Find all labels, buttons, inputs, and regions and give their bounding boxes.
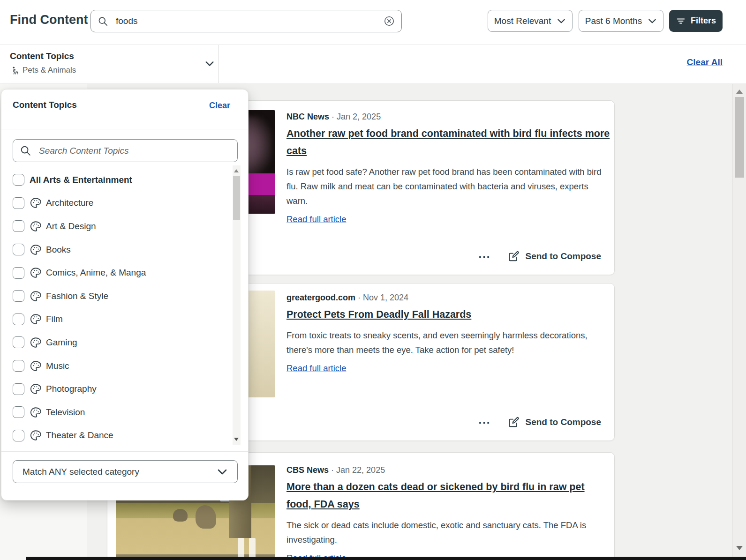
- topic-checkbox[interactable]: [13, 197, 24, 209]
- scrollbar-thumb[interactable]: [233, 176, 240, 220]
- palette-icon: [30, 267, 42, 279]
- topic-checkbox[interactable]: [13, 383, 24, 395]
- topic-row[interactable]: Television: [1, 401, 248, 424]
- time-range-dropdown[interactable]: Past 6 Months: [579, 10, 663, 32]
- topic-checkbox[interactable]: [13, 360, 24, 372]
- chevron-down-icon: [648, 16, 657, 26]
- topic-checkbox[interactable]: [13, 174, 24, 186]
- topics-list-scrollbar[interactable]: [233, 165, 241, 445]
- pets-icon: [10, 66, 19, 75]
- send-to-compose-button[interactable]: Send to Compose: [507, 416, 601, 428]
- article-date: Nov 1, 2024: [363, 293, 408, 302]
- chevron-down-icon: [217, 466, 228, 478]
- topics-search-input[interactable]: [38, 145, 231, 157]
- article-date: Jan 2, 2025: [337, 112, 381, 121]
- scroll-up-arrow[interactable]: [234, 169, 239, 172]
- article-meta: greatergood.com · Nov 1, 2024: [286, 293, 610, 303]
- read-full-article-link[interactable]: Read full article: [286, 214, 347, 224]
- compose-icon: [507, 250, 520, 262]
- article-title-link[interactable]: Another raw pet food brand contaminated …: [286, 125, 610, 160]
- sort-dropdown[interactable]: Most Relevant: [488, 10, 573, 32]
- content-topics-panel: Content Topics Clear All Arts & Entertai…: [1, 89, 249, 500]
- topic-row[interactable]: Architecture: [1, 192, 248, 215]
- topic-row[interactable]: Books: [1, 238, 248, 261]
- scroll-up-arrow[interactable]: [736, 90, 743, 94]
- send-to-compose-label: Send to Compose: [525, 417, 601, 427]
- topic-label: Film: [46, 314, 63, 324]
- topic-row[interactable]: Music: [1, 354, 248, 378]
- clear-search-button[interactable]: [384, 15, 395, 27]
- search-input[interactable]: [115, 15, 384, 27]
- card-actions: ... Send to Compose: [477, 250, 601, 262]
- topic-row[interactable]: Art & Design: [1, 215, 248, 238]
- more-options-button[interactable]: ...: [477, 252, 491, 261]
- palette-icon: [30, 383, 42, 395]
- topic-checkbox[interactable]: [13, 406, 24, 418]
- topic-checkbox[interactable]: [13, 244, 24, 255]
- scroll-down-arrow[interactable]: [234, 438, 239, 441]
- match-category-label: Match ANY selected category: [23, 467, 139, 477]
- chevron-down-icon: [557, 16, 566, 26]
- page-scrollbar[interactable]: [732, 84, 746, 560]
- match-category-select[interactable]: Match ANY selected category: [13, 460, 238, 483]
- topic-label: Music: [46, 361, 69, 371]
- scrollbar-thumb[interactable]: [735, 97, 744, 178]
- topic-checkbox[interactable]: [13, 336, 24, 348]
- content-topics-filter-trigger[interactable]: Content Topics Pets & Animals: [0, 45, 219, 83]
- send-to-compose-button[interactable]: Send to Compose: [507, 250, 601, 262]
- topics-search-box: [13, 139, 238, 162]
- article-meta: NBC News · Jan 2, 2025: [286, 112, 610, 122]
- palette-icon: [30, 336, 42, 349]
- article-source: CBS News: [286, 465, 329, 475]
- search-icon: [98, 16, 108, 27]
- topic-checkbox[interactable]: [13, 290, 24, 302]
- chevron-down-icon: [204, 59, 215, 69]
- topic-row[interactable]: All Arts & Entertainment: [1, 165, 248, 192]
- article-source: NBC News: [286, 112, 329, 121]
- topic-row[interactable]: Photography: [1, 377, 248, 401]
- panel-clear-link[interactable]: Clear: [209, 101, 230, 111]
- topic-label: Television: [46, 407, 85, 418]
- article-title-link[interactable]: More than a dozen cats dead or sickened …: [286, 478, 610, 513]
- palette-icon: [30, 406, 42, 418]
- topic-row[interactable]: Film: [1, 308, 248, 331]
- article-source: greatergood.com: [286, 293, 355, 302]
- more-options-button[interactable]: ...: [477, 418, 491, 427]
- topic-checkbox[interactable]: [13, 314, 24, 325]
- topic-checkbox[interactable]: [13, 267, 24, 279]
- read-full-article-link[interactable]: Read full article: [286, 363, 347, 373]
- topic-label: Theater & Dance: [46, 430, 113, 441]
- article-description: From toxic treats to sneaky scents, and …: [286, 328, 610, 357]
- filter-title: Content Topics: [10, 51, 74, 61]
- filter-bar: Content Topics Pets & Animals Clear All: [0, 45, 746, 83]
- article-description: The sick or dead cats include domestic, …: [286, 518, 610, 547]
- page-title: Find Content: [10, 13, 88, 27]
- search-box: [90, 10, 402, 32]
- palette-icon: [30, 290, 42, 302]
- send-to-compose-label: Send to Compose: [525, 251, 601, 261]
- filters-button[interactable]: Filters: [669, 10, 723, 32]
- selected-topic: Pets & Animals: [10, 66, 76, 75]
- scroll-down-arrow[interactable]: [736, 546, 743, 550]
- time-range-dropdown-label: Past 6 Months: [585, 16, 642, 26]
- clear-all-link[interactable]: Clear All: [687, 57, 723, 67]
- topic-label: Comics, Anime, & Manga: [46, 268, 146, 278]
- topic-label: Fashion & Style: [46, 291, 108, 301]
- topic-checkbox[interactable]: [13, 220, 24, 232]
- palette-icon: [30, 220, 42, 232]
- window-bottom-edge: [26, 557, 746, 560]
- topic-checkbox[interactable]: [13, 430, 24, 441]
- meta-separator: ·: [331, 465, 334, 475]
- topic-row[interactable]: Comics, Anime, & Manga: [1, 261, 248, 284]
- topic-row[interactable]: Fashion & Style: [1, 284, 248, 308]
- clear-search-icon: [384, 15, 395, 27]
- divider: [1, 129, 248, 129]
- topic-row[interactable]: Gaming: [1, 331, 248, 354]
- topic-label: Art & Design: [46, 221, 96, 231]
- topic-label: Gaming: [46, 337, 77, 348]
- sort-dropdown-label: Most Relevant: [494, 16, 551, 26]
- article-title-link[interactable]: Protect Pets From Deadly Fall Hazards: [286, 306, 610, 323]
- topics-list: All Arts & Entertainment Architecture Ar…: [1, 165, 248, 445]
- topic-row[interactable]: Theater & Dance: [1, 424, 248, 445]
- topic-label: All Arts & Entertainment: [30, 175, 132, 185]
